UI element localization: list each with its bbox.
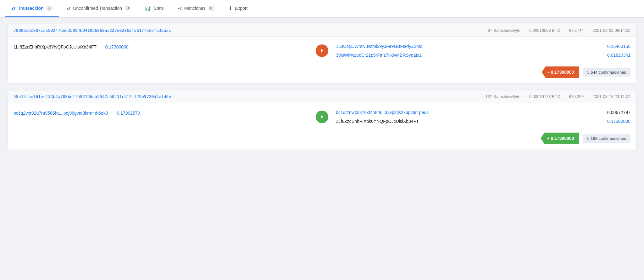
tx-confirmations-0: 5,644 confirmaciones — [583, 68, 630, 77]
tx-confirmations-1: 6,188 confirmaciones — [583, 134, 630, 143]
tx-output-amount-1-1: 0.17300000 — [607, 119, 630, 124]
export-icon: ⬇ — [228, 5, 232, 11]
tx-outputs-0: 153Uoj2JWmNuvzmi29yJFa9GBFsPiyZ2Mo0.1546… — [336, 43, 630, 59]
tx-input-row-1-0: bc1q2vxr92q7ra9586ha...pqj96gvat3krm4dt6… — [14, 109, 308, 117]
tab-badge-menciones: 0 — [208, 6, 214, 11]
tx-output-amount-1-0: 0.00672797 — [607, 110, 630, 115]
tab-label-export: Export — [235, 6, 247, 11]
tab-label-unconfirmed: Unconfirmed Transaction — [73, 6, 122, 11]
main-content: 78082cdc887ca559247ded35084b041066868aa2… — [0, 18, 644, 156]
tab-label-menciones: Menciones — [184, 6, 206, 11]
tx-meta-item-1-1: 0.00019773 BTC — [529, 94, 560, 99]
tx-meta-0: 87 Satoshis/vByte0.00019503 BTC675,74420… — [488, 28, 630, 33]
tx-hash-0[interactable]: 78082cdc887ca559247ded35084b041066868aa2… — [14, 28, 481, 33]
tab-badge-unconfirmed: 0 — [125, 6, 131, 11]
tab-transaccion[interactable]: ⇄Transacción2 — [5, 0, 59, 17]
menciones-icon: ⋖ — [178, 5, 182, 11]
tabs-bar: ⇄Transacción2⇄Unconfirmed Transaction0📊S… — [0, 0, 644, 18]
tx-output-amount-0-1: 0.01820341 — [607, 53, 630, 58]
tx-output-row-0-0: 153Uoj2JWmNuvzmi29yJFa9GBFsPiyZ2Mo0.1546… — [336, 43, 630, 50]
tab-stats[interactable]: 📊Stats — [139, 0, 170, 17]
tab-menciones[interactable]: ⋖Menciones0 — [171, 0, 221, 17]
tx-footer-0: - 0.173000005,644 confirmaciones — [8, 66, 636, 83]
tx-meta-item-1-2: 675,200 — [569, 94, 584, 99]
tx-meta-1: 137 Satoshis/vByte0.00019773 BTC675,2002… — [486, 94, 630, 99]
transaction-card-1: 58e15fbef61ec133b3a788bd1f583736da9537c5… — [8, 90, 636, 150]
tx-inputs-0: 1Lf8ZzcEhhRiXpk6YNQFpCJcUisiXb34FT0.1730… — [14, 43, 308, 51]
tx-output-addr-0-0[interactable]: 153Uoj2JWmNuvzmi29yJFa9GBFsPiyZ2Mo — [336, 44, 422, 49]
transaccion-icon: ⇄ — [11, 5, 15, 11]
tx-header-1: 58e15fbef61ec133b3a788bd1f583736da9537c5… — [8, 90, 636, 103]
unconfirmed-icon: ⇄ — [66, 5, 70, 11]
tab-badge-transaccion: 2 — [46, 6, 53, 11]
tx-meta-item-1-3: 2021-03-18 20:11:04 — [592, 94, 630, 99]
tx-meta-item-1-0: 137 Satoshis/vByte — [486, 94, 520, 99]
stats-icon: 📊 — [145, 5, 151, 11]
tx-output-addr-0-1[interactable]: 39jsWPwzu6Cr21p5rFmz7HdvMBRSyqatx2 — [336, 53, 422, 58]
tab-label-stats: Stats — [154, 6, 164, 11]
tx-output-amount-0-0: 0.15460156 — [607, 44, 630, 49]
tab-unconfirmed[interactable]: ⇄Unconfirmed Transaction0 — [60, 0, 137, 17]
tx-output-addr-1-0[interactable]: bc1qrznw0s370xf4h8t9...33vj0djs2x6pv6nrp… — [336, 110, 429, 115]
transaction-card-0: 78082cdc887ca559247ded35084b041066868aa2… — [8, 24, 636, 84]
tx-meta-item-0-1: 0.00019503 BTC — [529, 28, 560, 33]
tx-meta-item-0-2: 675,744 — [569, 28, 584, 33]
tx-input-amount-0-0: 0.17300000 — [105, 44, 129, 49]
tx-body-0: 1Lf8ZzcEhhRiXpk6YNQFpCJcUisiXb34FT0.1730… — [8, 37, 636, 66]
tx-inputs-1: bc1q2vxr92q7ra9586ha...pqj96gvat3krm4dt6… — [14, 109, 308, 117]
tab-label-transaccion: Transacción — [18, 6, 44, 11]
tx-outputs-1: bc1qrznw0s370xf4h8t9...33vj0djs2x6pv6nrp… — [336, 109, 630, 125]
tx-input-row-0-0: 1Lf8ZzcEhhRiXpk6YNQFpCJcUisiXb34FT0.1730… — [14, 43, 308, 51]
tx-input-amount-1-0: 0.17992570 — [117, 111, 140, 116]
tx-arrow-1[interactable] — [316, 111, 328, 123]
tx-body-1: bc1q2vxr92q7ra9586ha...pqj96gvat3krm4dt6… — [8, 103, 636, 133]
tx-input-addr-0-0[interactable]: 1Lf8ZzcEhhRiXpk6YNQFpCJcUisiXb34FT — [14, 44, 97, 49]
tx-output-row-1-0: bc1qrznw0s370xf4h8t9...33vj0djs2x6pv6nrp… — [336, 109, 630, 116]
tx-input-addr-1-0[interactable]: bc1q2vxr92q7ra9586ha...pqj96gvat3krm4dt6… — [14, 111, 108, 116]
tx-hash-1[interactable]: 58e15fbef61ec133b3a788bd1f583736da9537c5… — [14, 94, 479, 99]
tx-meta-item-0-0: 87 Satoshis/vByte — [488, 28, 520, 33]
tx-meta-item-0-3: 2021-03-22 09:14:32 — [592, 28, 630, 33]
tx-header-0: 78082cdc887ca559247ded35084b041066868aa2… — [8, 24, 636, 37]
tab-export[interactable]: ⬇Export — [222, 0, 254, 17]
tx-output-addr-1-1[interactable]: 1Lf8ZzcEhhRiXpk6YNQFpCJcUisiXb34FT — [336, 119, 419, 124]
tx-output-row-0-1: 39jsWPwzu6Cr21p5rFmz7HdvMBRSyqatx20.0182… — [336, 51, 630, 59]
tx-output-row-1-1: 1Lf8ZzcEhhRiXpk6YNQFpCJcUisiXb34FT0.1730… — [336, 117, 630, 125]
tx-summary-amount-1: + 0.17300000 — [541, 133, 579, 144]
tx-footer-1: + 0.173000006,188 confirmaciones — [8, 133, 636, 150]
tx-summary-amount-0: - 0.17300000 — [542, 66, 579, 78]
tx-arrow-0[interactable] — [316, 44, 328, 57]
